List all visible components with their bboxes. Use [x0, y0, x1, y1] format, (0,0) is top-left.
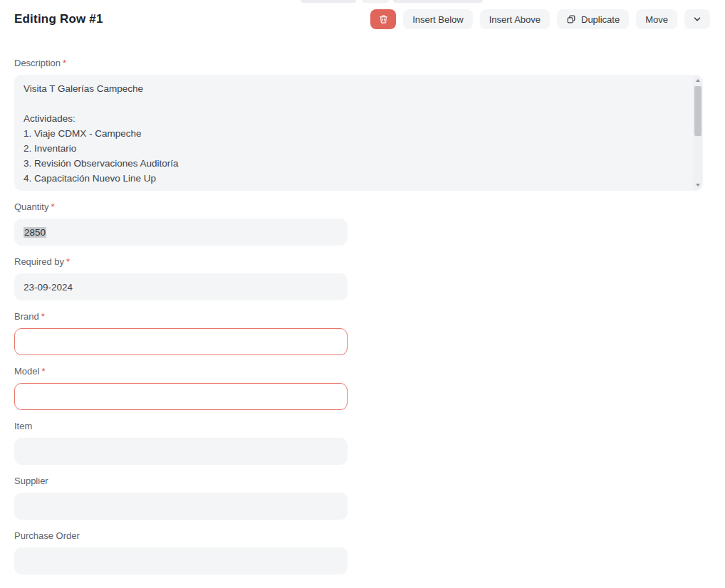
top-cutoff-element — [393, 0, 483, 3]
supplier-input[interactable] — [14, 493, 348, 520]
duplicate-button[interactable]: Duplicate — [557, 9, 629, 29]
delete-row-button[interactable] — [370, 9, 396, 29]
field-supplier: Supplier — [14, 476, 725, 520]
required-marker: * — [41, 366, 45, 377]
required-marker: * — [66, 256, 70, 267]
required-by-label: Required by* — [14, 256, 725, 268]
brand-input[interactable] — [14, 328, 348, 355]
quantity-label: Quantity* — [14, 201, 725, 213]
field-brand: Brand* — [14, 311, 725, 355]
duplicate-icon — [566, 14, 576, 24]
required-marker: * — [51, 201, 54, 212]
page-title: Editing Row #1 — [14, 12, 103, 26]
supplier-label: Supplier — [14, 476, 725, 487]
brand-label: Brand* — [14, 311, 725, 322]
row-edit-form: Description* Visita T Galerías Campeche … — [14, 58, 725, 574]
purchase-order-label: Purchase Order — [14, 530, 725, 542]
purchase-order-input[interactable] — [14, 547, 348, 574]
duplicate-button-label: Duplicate — [581, 14, 620, 25]
field-purchase-order: Purchase Order — [14, 530, 725, 574]
move-button[interactable]: Move — [636, 9, 677, 29]
scroll-up-arrow-icon[interactable] — [693, 75, 702, 85]
row-actions-toolbar: Insert Below Insert Above Duplicate Move — [370, 9, 710, 29]
item-input[interactable] — [14, 438, 348, 465]
model-label: Model* — [14, 366, 725, 377]
description-label: Description* — [14, 58, 725, 69]
chevron-down-icon — [693, 15, 701, 23]
description-textarea[interactable]: Visita T Galerías Campeche Actividades: … — [14, 75, 703, 191]
field-item: Item — [14, 421, 725, 465]
insert-below-button[interactable]: Insert Below — [403, 9, 473, 29]
insert-above-button[interactable]: Insert Above — [480, 9, 550, 29]
required-marker: * — [41, 311, 45, 322]
selected-text: 2850 — [24, 227, 46, 238]
required-marker: * — [63, 58, 66, 68]
field-quantity: Quantity* 2850 — [14, 201, 725, 246]
required-by-input[interactable] — [14, 273, 348, 300]
more-actions-button[interactable] — [684, 9, 710, 29]
quantity-input[interactable]: 2850 — [14, 219, 348, 246]
field-model: Model* — [14, 366, 725, 410]
top-cutoff-element — [301, 0, 356, 3]
field-description: Description* Visita T Galerías Campeche … — [14, 58, 725, 191]
item-label: Item — [14, 421, 725, 432]
top-cutoff-element — [362, 0, 389, 3]
textarea-scrollbar[interactable] — [693, 75, 702, 190]
scroll-down-arrow-icon[interactable] — [693, 180, 702, 190]
scrollbar-thumb[interactable] — [694, 86, 701, 136]
field-required-by: Required by* — [14, 256, 725, 300]
editor-header: Editing Row #1 Insert Below Insert Above… — [14, 9, 710, 29]
model-input[interactable] — [14, 383, 348, 410]
trash-icon — [379, 14, 388, 24]
